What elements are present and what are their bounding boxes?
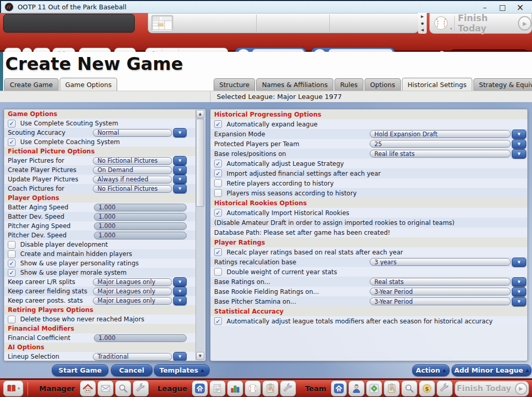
dropdown-arrow-button[interactable]: ▼ — [173, 277, 187, 287]
news-icon-button[interactable] — [209, 380, 226, 396]
dropdown-arrow-button[interactable]: ▼ — [512, 277, 526, 287]
magnifier-icon-button[interactable] — [401, 380, 417, 396]
close-button[interactable]: × — [511, 2, 529, 12]
dropdown-arrow-button[interactable]: ▼ — [173, 184, 187, 193]
dropdown-arrow-button[interactable]: ▼ — [173, 296, 187, 305]
checkbox[interactable] — [214, 189, 222, 197]
checkbox[interactable]: ✓ — [214, 209, 222, 217]
dropdown-arrow-button[interactable]: ▼ — [173, 287, 187, 296]
clipboard-icon-button[interactable] — [384, 380, 400, 396]
add-minor-league-button[interactable]: Add Minor League▲ — [452, 364, 531, 376]
wrench-icon-button[interactable] — [437, 380, 453, 396]
date-spinner[interactable]: ▶ ● ◀ — [418, 13, 427, 34]
tab-strategy-equivalencies[interactable]: Strategy & Equivalencies — [473, 78, 532, 91]
person-icon-button[interactable] — [348, 380, 365, 396]
dropdown-value[interactable]: Major Leagues only — [93, 278, 172, 286]
maximize-button[interactable]: □ — [494, 2, 511, 12]
dropdown-arrow-button[interactable]: ▼ — [512, 149, 526, 159]
text-field[interactable]: 1.000 — [94, 204, 187, 211]
field-icon-button[interactable] — [366, 380, 382, 396]
dropdown-value[interactable]: Real life stats — [370, 150, 511, 158]
dropdown-value[interactable]: Major Leagues only — [93, 297, 172, 305]
checkbox[interactable]: ✓ — [214, 120, 222, 128]
dropdown-arrow-button[interactable]: ▼ — [512, 139, 526, 149]
tab-structure[interactable]: Structure — [214, 78, 255, 91]
dropdown-value[interactable]: Real stats — [370, 278, 511, 286]
checkbox[interactable]: ✓ — [8, 260, 16, 267]
tab-historical-settings[interactable]: Historical Settings — [402, 78, 472, 91]
tab-options[interactable]: Options — [365, 78, 401, 91]
dropdown-value[interactable]: 25 — [370, 140, 511, 148]
text-field[interactable]: 1.000 — [94, 334, 187, 342]
dropdown-arrow-button[interactable]: ▼ — [173, 128, 187, 137]
dropdown-arrow-button[interactable]: ▼ — [173, 165, 187, 175]
home-blue-icon-button[interactable] — [192, 380, 208, 396]
dropdown-value[interactable]: Normal — [93, 129, 172, 137]
dropdown-value[interactable]: Always if needed — [93, 176, 172, 183]
checkbox[interactable]: ✓ — [214, 169, 222, 177]
checkbox[interactable]: ✓ — [8, 138, 16, 146]
dropdown-value[interactable]: 3-Year Period — [370, 297, 511, 305]
home-icon-button[interactable] — [80, 380, 96, 396]
dropdown-arrow-button[interactable]: ▼ — [173, 352, 187, 361]
scrollbar-thumb[interactable] — [196, 119, 204, 207]
checkbox[interactable] — [214, 179, 222, 187]
finish-today-bottom-button[interactable]: Finish Today ▶ — [455, 381, 529, 396]
start-game-button[interactable]: Start Game — [52, 364, 108, 376]
tab-names-affiliations[interactable]: Names & Affiliations — [256, 78, 333, 91]
checkbox[interactable]: ✓ — [214, 160, 222, 167]
dropdown-arrow-button[interactable]: ▼ — [512, 297, 526, 306]
spin-dot-icon[interactable]: ● — [421, 21, 424, 25]
magnifier-icon-button[interactable] — [115, 380, 131, 396]
scrollbar[interactable]: ▲ ▼ — [195, 110, 205, 360]
spin-next-icon[interactable]: ▶ — [421, 15, 424, 19]
finish-today-top-button[interactable]: ▾ Finish Today ▶ — [429, 13, 532, 34]
text-field[interactable]: 1.000 — [94, 222, 187, 230]
dropdown-arrow-button[interactable]: ▼ — [173, 175, 187, 184]
spin-prev-icon[interactable]: ◀ — [421, 28, 424, 32]
dropdown-value[interactable]: Traditional — [93, 353, 172, 361]
text-field[interactable]: 1.000 — [94, 213, 187, 221]
home-blue-icon-button[interactable] — [331, 380, 347, 396]
scroll-up-button[interactable]: ▲ — [196, 110, 204, 118]
dropdown-value[interactable]: On Demand — [93, 166, 172, 174]
dropdown-value[interactable]: Hold Expansion Draft — [370, 130, 511, 138]
action-button[interactable]: Action▲ — [412, 364, 450, 376]
checkbox[interactable] — [8, 250, 16, 258]
dropdown-value[interactable]: 3-Year Period — [370, 288, 511, 295]
checkbox[interactable]: ✓ — [214, 317, 222, 325]
tab-create-game[interactable]: Create Game — [4, 78, 59, 91]
scroll-down-button[interactable]: ▼ — [196, 352, 204, 360]
wrench-icon-button[interactable] — [280, 380, 296, 396]
cancel-button[interactable]: Cancel — [111, 364, 152, 376]
dollar-icon-button[interactable]: $ — [419, 380, 435, 396]
almanac-button-bottom[interactable]: ▾ — [3, 380, 23, 396]
calendar-icon[interactable] — [151, 15, 173, 32]
envelope-icon-button[interactable] — [97, 380, 114, 396]
checkbox[interactable] — [8, 316, 16, 323]
section-header-label: Historical Rookies Options — [214, 200, 307, 207]
tab-rules[interactable]: Rules — [334, 78, 363, 91]
dropdown-arrow-button[interactable]: ▼ — [512, 130, 526, 139]
checkbox[interactable] — [8, 241, 16, 249]
checkbox[interactable]: ✓ — [8, 120, 16, 127]
dropdown-arrow-button[interactable]: ▼ — [512, 258, 526, 267]
checkbox[interactable] — [214, 268, 222, 276]
chart-icon-button[interactable] — [227, 380, 243, 396]
baseball-icon-button[interactable] — [245, 380, 261, 396]
tab-game-options[interactable]: Game Options — [60, 78, 117, 91]
dropdown-value[interactable]: 3 years — [370, 258, 511, 266]
dropdown-value[interactable]: No Fictional Pictures — [93, 157, 172, 165]
templates-button[interactable]: Templates▲ — [154, 364, 209, 376]
dropdown-value[interactable]: Major Leagues only — [93, 288, 172, 295]
checkbox[interactable]: ✓ — [8, 269, 16, 277]
dropdown-value[interactable]: No Fictional Pictures — [93, 185, 172, 193]
text-field[interactable]: 1.000 — [94, 232, 187, 239]
dropdown-arrow-button[interactable]: ▼ — [173, 156, 187, 165]
divider — [210, 91, 211, 103]
checkbox[interactable]: ✓ — [214, 248, 222, 256]
dropdown-arrow-button[interactable]: ▼ — [512, 287, 526, 296]
clipboard-icon-button[interactable] — [262, 380, 278, 396]
minimize-button[interactable]: – — [476, 2, 494, 12]
wrench-icon-button[interactable] — [133, 380, 149, 396]
